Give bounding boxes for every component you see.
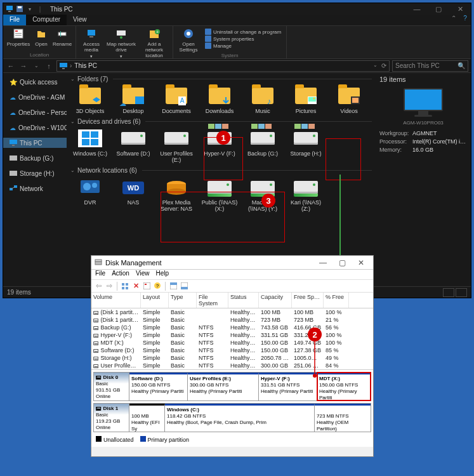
nav-forward-button[interactable]: → — [18, 61, 29, 71]
forward-icon[interactable]: ⇨ — [105, 282, 114, 291]
nav-onedrive-w10g[interactable]: ☁OneDrive - W10G — [3, 122, 67, 133]
view-details-button[interactable] — [443, 288, 454, 297]
view-icons-button[interactable] — [456, 288, 467, 297]
volume-row[interactable]: 🖴 MDT (X:)SimpleBasicNTFS Healthy (P…150… — [91, 339, 373, 347]
svg-rect-37 — [82, 131, 89, 138]
folder-item[interactable]: Downloads — [199, 84, 240, 116]
folder-item[interactable]: Pictures — [285, 84, 327, 116]
partition[interactable]: Software (D:)150.00 GB NTFSHealthy (Prim… — [129, 373, 188, 400]
nav-back-button[interactable]: ← — [6, 61, 16, 71]
drive-item[interactable]: Storage (H:) — [285, 126, 327, 164]
dm-title-bar[interactable]: Disk Management — ▢ ✕ — [91, 256, 373, 270]
drive-item[interactable]: Windows (C:) — [69, 126, 111, 164]
close-button[interactable]: ✕ — [449, 3, 471, 15]
partition[interactable]: 100 MBHealthy (EFI Sy — [129, 404, 165, 432]
help-icon[interactable]: ? — [459, 15, 471, 25]
search-input[interactable]: Search This PC 🔍 — [392, 60, 468, 72]
section-folders[interactable]: Folders (7) — [70, 76, 372, 83]
volume-list[interactable]: 🖴 (Disk 1 partition 1)SimpleBasic Health… — [91, 308, 373, 369]
tab-computer[interactable]: Computer — [26, 15, 67, 25]
volume-row[interactable]: 🖴 Software (D:)SimpleBasicNTFS Healthy (… — [91, 347, 373, 354]
network-location-item[interactable]: WD NAS — [112, 175, 154, 213]
help-icon[interactable]: ? — [153, 282, 162, 291]
dm-close-button[interactable]: ✕ — [352, 258, 371, 267]
nav-backup-drive[interactable]: Backup (G:) — [3, 153, 67, 163]
save-icon[interactable] — [16, 5, 23, 13]
disk-0-row[interactable]: 🖴 Disk 0 Basic 931.51 GB Online Software… — [93, 372, 371, 401]
volume-row[interactable]: 🖴 Backup (G:)SimpleBasicNTFS Healthy (P…… — [91, 324, 373, 331]
svg-rect-19 — [62, 68, 65, 69]
maximize-button[interactable]: ▢ — [428, 3, 449, 15]
properties-icon[interactable] — [142, 282, 151, 291]
nav-recent-button[interactable]: ⌄ — [31, 61, 41, 71]
partition[interactable]: MDT (X:)150.00 GB NTFSHealthy (Primary P… — [317, 373, 371, 400]
panel-bottom-icon[interactable] — [180, 282, 188, 291]
views-icon[interactable] — [121, 282, 129, 291]
manage-button[interactable]: Manage — [205, 43, 281, 49]
tab-file[interactable]: File — [3, 15, 26, 25]
dm-menu-view[interactable]: View — [136, 270, 150, 279]
folder-item[interactable]: ♪ Music — [242, 84, 284, 116]
folder-item[interactable]: A Documents — [155, 84, 197, 116]
volume-row[interactable]: 🖴 Hyper-V (F:)SimpleBasicNTFS Healthy (P… — [91, 331, 373, 339]
dm-menu-file[interactable]: File — [95, 270, 105, 279]
disk-0-header: 🖴 Disk 0 Basic 931.51 GB Online — [94, 373, 129, 400]
svg-rect-12 — [117, 30, 126, 36]
delete-icon[interactable]: ✕ — [131, 282, 140, 291]
folder-label: Videos — [340, 108, 357, 114]
refresh-icon[interactable]: ⟳ — [381, 62, 386, 69]
title-bar[interactable]: ▾ | This PC — ▢ ✕ — [3, 3, 471, 15]
drive-item[interactable]: Software (D:) — [112, 126, 154, 164]
dm-minimize-button[interactable]: — — [313, 258, 332, 267]
network-location-item[interactable]: Kari (\\NAS) (Z:) — [285, 175, 327, 213]
disk-1-row[interactable]: 🖴 Disk 1 Basic 119.23 GB Online 100 MBHe… — [93, 403, 371, 432]
nav-network[interactable]: Network — [3, 183, 67, 194]
path-dropdown-icon[interactable]: ⌄ — [373, 62, 378, 69]
partition[interactable]: Windows (C:)118.42 GB NTFSHealthy (Boot,… — [165, 404, 315, 432]
volume-row[interactable]: 🖴 Storage (H:)SimpleBasicNTFS Healthy (P… — [91, 354, 373, 362]
add-network-location-button[interactable]: + Add a network location — [138, 27, 170, 59]
svg-rect-11 — [89, 36, 93, 37]
details-pane: 19 items AGM-W10PRO03 Workgroup:AGMNET P… — [376, 73, 471, 286]
tab-view[interactable]: View — [67, 15, 93, 25]
dropdown-icon[interactable]: ▾ — [26, 5, 34, 13]
open-settings-button[interactable]: Open Settings — [176, 27, 201, 53]
minimize-button[interactable]: — — [406, 3, 428, 15]
nav-this-pc[interactable]: This PC — [3, 138, 67, 148]
nav-storage-drive[interactable]: Storage (H:) — [3, 168, 67, 178]
partition[interactable]: User Profiles (E:)300.00 GB NTFSHealthy … — [188, 373, 259, 400]
panel-top-icon[interactable] — [169, 282, 178, 291]
uninstall-program-button[interactable]: Uninstall or change a program — [205, 29, 281, 35]
properties-button[interactable]: Properties — [6, 27, 31, 47]
dm-menu-action[interactable]: Action — [112, 270, 129, 279]
folder-item[interactable]: ☁ Desktop — [112, 84, 154, 116]
folder-item[interactable]: 3D Objects — [69, 84, 111, 116]
back-icon[interactable]: ⇦ — [94, 282, 103, 291]
ribbon-tabs: File Computer View ⌃ ? — [3, 15, 471, 26]
volume-row[interactable]: 🖴 (Disk 1 partition 1)SimpleBasic Health… — [91, 308, 373, 316]
nav-up-button[interactable]: ↑ — [44, 61, 54, 71]
partition[interactable]: Hyper-V (F:)331.51 GB NTFSHealthy (Prima… — [259, 373, 317, 400]
dm-maximize-button[interactable]: ▢ — [332, 258, 352, 267]
access-media-button[interactable]: Access media▾ — [79, 27, 104, 59]
ribbon-collapse-icon[interactable]: ⌃ — [448, 15, 459, 25]
volume-row[interactable]: 🖴 (Disk 1 partition 4)SimpleBasic Health… — [91, 316, 373, 324]
nav-quick-access[interactable]: ⭐Quick access — [3, 77, 67, 87]
map-network-drive-button[interactable]: Map network drive▾ — [105, 27, 137, 59]
drive-item[interactable]: User Profiles (E:) — [155, 126, 197, 164]
drive-item[interactable]: Backup (G:) — [242, 126, 284, 164]
network-location-item[interactable]: DVR — [69, 175, 111, 213]
address-path[interactable]: › This PC ⌄ ⟳ — [56, 60, 390, 72]
svg-point-17 — [187, 32, 190, 36]
callout-box-empty-slot — [326, 138, 361, 180]
volume-row[interactable]: 🖴 User Profiles (E:)SimpleBasicNTFS Heal… — [91, 362, 373, 369]
nav-onedrive-agm[interactable]: ☁OneDrive - AGM — [3, 92, 67, 102]
svg-rect-58 — [145, 284, 147, 285]
partition[interactable]: 723 MB NTFSHealthy (OEM Partition) — [315, 404, 371, 432]
open-button[interactable]: Open — [32, 27, 50, 47]
rename-button[interactable]: Rename — [51, 27, 73, 47]
nav-onedrive-personal[interactable]: ☁OneDrive - Personal — [3, 107, 67, 117]
dm-menu-help[interactable]: Help — [155, 270, 169, 279]
folder-item[interactable]: Videos — [328, 84, 370, 116]
system-properties-button[interactable]: System properties — [205, 36, 281, 42]
